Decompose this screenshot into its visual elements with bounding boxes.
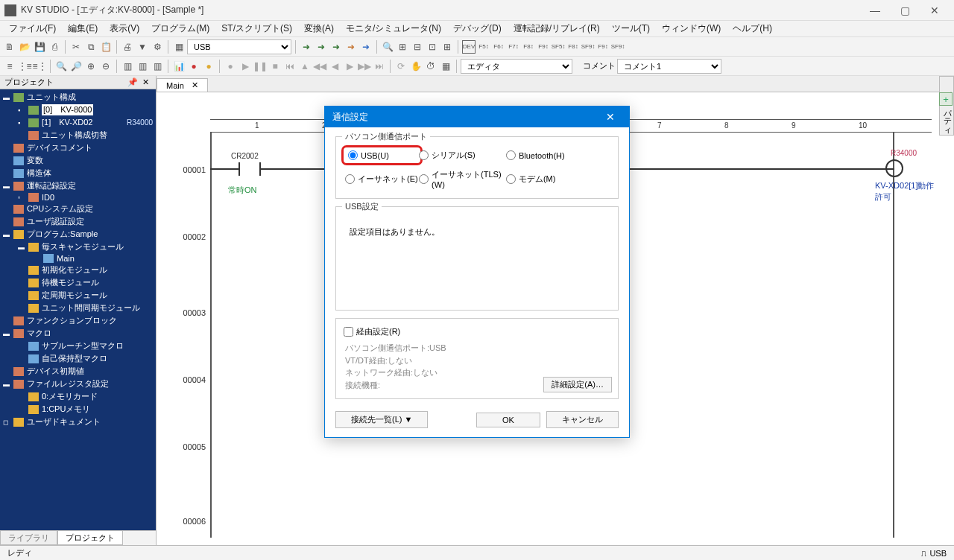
tree-init[interactable]: 初期化モジュール xyxy=(0,264,156,276)
transfer4-button[interactable]: ➜ xyxy=(344,40,358,54)
menu-help[interactable]: ヘルプ(H) xyxy=(727,21,778,36)
print-button[interactable]: 🖨 xyxy=(121,40,134,54)
menu-debug[interactable]: デバッグ(D) xyxy=(447,21,508,36)
tree-id0[interactable]: ▫ID0 xyxy=(0,192,156,203)
f6-icon[interactable]: F6↕ xyxy=(492,40,505,54)
tree-unit-sync[interactable]: ユニット間同期モジュール xyxy=(0,302,156,314)
back-icon[interactable]: ◀◀ xyxy=(313,60,326,73)
via-checkbox[interactable] xyxy=(344,327,353,337)
detail-button[interactable]: 詳細設定(A)… xyxy=(543,377,612,392)
saveas-button[interactable]: ⎙ xyxy=(48,40,61,54)
tab-project[interactable]: プロジェクト xyxy=(57,531,123,545)
menu-edit[interactable]: 編集(E) xyxy=(62,21,104,36)
sf7-icon[interactable]: SF9↕ xyxy=(581,40,595,54)
tree-userdoc[interactable]: ◻ユーザドキュメント xyxy=(0,416,156,428)
radio-ethernet-input[interactable] xyxy=(345,174,355,184)
first-icon[interactable]: ⏮ xyxy=(283,60,297,73)
editor-tab-main[interactable]: Main ✕ xyxy=(157,78,208,92)
dev-icon[interactable]: DEV xyxy=(462,40,476,54)
chart-icon[interactable]: 📊 xyxy=(172,60,186,73)
connection-select[interactable]: USB xyxy=(187,39,291,54)
comment-select[interactable]: コメント1 xyxy=(617,59,721,74)
panel-close-icon[interactable]: ✕ xyxy=(140,77,151,87)
pin-icon[interactable]: 📌 xyxy=(125,77,140,87)
tree-dev-comment[interactable]: デバイスコメント xyxy=(0,141,156,154)
ok-button[interactable]: OK xyxy=(476,413,540,427)
sf6-icon[interactable]: F8↕ xyxy=(566,40,580,54)
menu-window[interactable]: ウィンドウ(W) xyxy=(656,21,727,36)
tree-unit-switch[interactable]: ユニット構成切替 xyxy=(0,129,156,141)
zoom-out-button[interactable]: ▼ xyxy=(136,40,149,54)
tree-unit-config[interactable]: ▬ユニット構成 xyxy=(0,91,156,104)
list1-icon[interactable]: ≡ xyxy=(3,60,16,73)
tree-wait[interactable]: 待機モジュール xyxy=(0,276,156,289)
project-tree[interactable]: ▬ユニット構成 ▪[0] KV-8000 ▪[1] KV-XD02R34000 … xyxy=(0,89,156,530)
transfer2-button[interactable]: ➜ xyxy=(315,40,328,54)
maximize-button[interactable]: ▢ xyxy=(890,1,920,19)
stop-icon[interactable]: ■ xyxy=(268,60,282,73)
tab-close-icon[interactable]: ✕ xyxy=(192,80,198,90)
tree-fileregister[interactable]: ▬ファイルレジスタ設定 xyxy=(0,378,156,390)
pause-icon[interactable]: ❚❚ xyxy=(253,60,267,73)
timer-icon[interactable]: ⏱ xyxy=(424,60,437,73)
tree-scan[interactable]: ▬毎スキャンモジュール xyxy=(0,241,156,253)
replace-icon[interactable]: 🔎 xyxy=(69,60,83,73)
radio-usb-input[interactable] xyxy=(348,150,358,160)
radio-usb[interactable]: USB(U) xyxy=(345,149,419,162)
fwd-icon[interactable]: ▶▶ xyxy=(358,60,371,73)
rec-icon[interactable]: ● xyxy=(224,60,237,73)
find-icon[interactable]: 🔍 xyxy=(54,60,68,73)
coil-r34000[interactable] xyxy=(885,159,903,177)
zoom1-icon[interactable]: ⊕ xyxy=(84,60,98,73)
new-button[interactable]: 🗎 xyxy=(3,40,16,54)
tree-periodic[interactable]: 定周期モジュール xyxy=(0,289,156,302)
f5-icon[interactable]: F5↕ xyxy=(477,40,490,54)
transfer3-button[interactable]: ➜ xyxy=(329,40,343,54)
zoom2-icon[interactable]: ⊖ xyxy=(99,60,113,73)
view4-icon[interactable]: ⊞ xyxy=(440,40,454,54)
transfer1-button[interactable]: ➜ xyxy=(300,40,313,54)
mod3-icon[interactable]: ▥ xyxy=(151,60,164,73)
copy-button[interactable]: ⧉ xyxy=(84,40,98,54)
mod1-icon[interactable]: ▥ xyxy=(121,60,134,73)
step-back-icon[interactable]: ◀ xyxy=(328,60,341,73)
config-icon[interactable]: ▦ xyxy=(439,60,452,73)
tree-variable[interactable]: 変数 xyxy=(0,154,156,167)
prev-icon[interactable]: ▲ xyxy=(298,60,312,73)
tree-kv8000[interactable]: ▪[0] KV-8000 xyxy=(0,104,156,116)
radio-ethernet[interactable]: イーサネット(E) xyxy=(345,169,419,189)
open-button[interactable]: 📂 xyxy=(18,40,31,54)
menu-file[interactable]: ファイル(F) xyxy=(3,21,62,36)
view1-icon[interactable]: ⊞ xyxy=(396,40,409,54)
tree-struct[interactable]: 構造体 xyxy=(0,167,156,179)
dialog-close-icon[interactable]: ✕ xyxy=(599,108,622,126)
cancel-button[interactable]: キャンセル xyxy=(546,411,619,428)
view3-icon[interactable]: ⊡ xyxy=(426,40,439,54)
menu-monitor[interactable]: モニタ/シミュレータ(N) xyxy=(340,21,447,36)
play-icon[interactable]: ▶ xyxy=(238,60,252,73)
sf8-icon[interactable]: F9↕ xyxy=(596,40,610,54)
sf9-icon[interactable]: SF9↕ xyxy=(611,40,625,54)
connection-list-button[interactable]: 接続先一覧(L) ▼ xyxy=(335,411,428,428)
tree-program[interactable]: ▬プログラム:Sample xyxy=(0,228,156,241)
f7-icon[interactable]: F7↕ xyxy=(507,40,520,54)
tree-selfhold[interactable]: 自己保持型マクロ xyxy=(0,352,156,365)
paste-button[interactable]: 📋 xyxy=(99,40,113,54)
close-button[interactable]: ✕ xyxy=(920,1,950,19)
tree-dev-init[interactable]: デバイス初期値 xyxy=(0,365,156,378)
dot-red-icon[interactable]: ● xyxy=(187,60,200,73)
radio-ethernet-tls[interactable]: イーサネット(TLS)(W) xyxy=(419,169,506,189)
menu-convert[interactable]: 変換(A) xyxy=(298,21,340,36)
search-icon[interactable]: 🔍 xyxy=(381,40,394,54)
hand-icon[interactable]: ✋ xyxy=(409,60,423,73)
tree-cpumem[interactable]: 1:CPUメモリ xyxy=(0,403,156,416)
tree-user-auth[interactable]: ユーザ認証設定 xyxy=(0,215,156,228)
menu-program[interactable]: プログラム(M) xyxy=(145,21,215,36)
tree-memcard[interactable]: 0:メモリカード xyxy=(0,390,156,403)
step-fwd-icon[interactable]: ▶ xyxy=(343,60,356,73)
tree-cpu-sys[interactable]: CPUシステム設定 xyxy=(0,203,156,215)
save-button[interactable]: 💾 xyxy=(33,40,46,54)
radio-bluetooth-input[interactable] xyxy=(506,150,516,160)
radio-ethernet-tls-input[interactable] xyxy=(419,174,429,184)
menu-st[interactable]: ST/スクリプト(S) xyxy=(215,21,298,36)
